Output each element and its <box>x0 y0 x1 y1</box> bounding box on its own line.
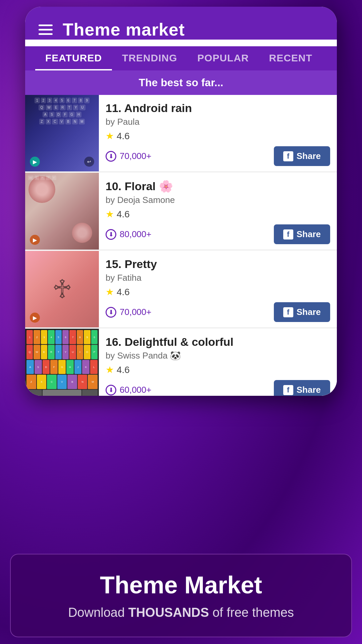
share-button[interactable]: f Share <box>274 302 330 322</box>
colorful-keyboard: 1 2 3 4 5 6 7 8 9 0 Q W E <box>25 329 99 396</box>
download-count: ⬇ 80,000+ <box>106 229 152 240</box>
star-icon: ★ <box>106 286 114 298</box>
theme-footer: ⬇ 70,000+ f Share <box>106 302 330 322</box>
facebook-icon: f <box>283 229 293 239</box>
theme-item-colorful[interactable]: 1 2 3 4 5 6 7 8 9 0 Q W E <box>25 329 337 396</box>
rating-value: 4.6 <box>117 131 130 142</box>
theme-thumbnail-pretty: ▶ <box>25 251 99 327</box>
bottom-banner: Theme Market Download THOUSANDS of free … <box>10 554 352 637</box>
tab-featured[interactable]: FEATURED <box>35 46 112 70</box>
banner-title: Theme Market <box>24 571 338 599</box>
download-value: 60,000+ <box>120 385 152 395</box>
theme-author: by Deoja Samone <box>106 195 330 205</box>
theme-thumbnail-floral: ▶ W E R T Y <box>25 173 99 250</box>
theme-author: by Paula <box>106 117 330 127</box>
download-icon: ⬇ <box>106 229 116 240</box>
download-icon: ⬇ <box>106 385 116 395</box>
theme-rating: ★ 4.6 <box>106 286 330 298</box>
theme-info-colorful: 16. Delightful & colorful by Swiss Panda… <box>99 329 337 396</box>
theme-footer: ⬇ 70,000+ f Share <box>106 146 330 166</box>
download-icon: ⬇ <box>106 307 116 318</box>
download-value: 70,000+ <box>120 307 152 317</box>
rating-value: 4.6 <box>117 287 130 298</box>
rating-value: 4.6 <box>117 365 130 375</box>
tab-bar: FEATURED TRENDING POPULAR RECENT <box>25 46 337 70</box>
theme-rating: ★ 4.6 <box>106 130 330 142</box>
phone-screen: Theme market FEATURED TRENDING POPULAR R… <box>25 7 337 396</box>
section-title: The best so far... <box>25 70 337 95</box>
star-icon: ★ <box>106 209 114 220</box>
menu-button[interactable] <box>39 24 53 35</box>
theme-info-floral: 10. Floral 🌸 by Deoja Samone ★ 4.6 ⬇ 80,… <box>99 173 337 250</box>
theme-name: 15. Pretty <box>106 258 330 271</box>
share-button[interactable]: f Share <box>274 380 330 396</box>
theme-rating: ★ 4.6 <box>106 209 330 220</box>
share-button[interactable]: f Share <box>274 146 330 166</box>
rating-value: 4.6 <box>117 209 130 220</box>
download-count: ⬇ 60,000+ <box>106 385 152 395</box>
theme-info-pretty: 15. Pretty by Fatiha ★ 4.6 ⬇ 70,000+ f S… <box>99 251 337 327</box>
banner-subtitle-prefix: Download <box>68 605 128 620</box>
share-label: Share <box>297 385 321 395</box>
theme-info-android-rain: 11. Android rain by Paula ★ 4.6 ⬇ 70,000… <box>99 95 337 171</box>
tab-trending[interactable]: TRENDING <box>112 46 187 70</box>
theme-author: by Swiss Panda 🐼 <box>106 351 330 361</box>
download-count: ⬇ 70,000+ <box>106 307 152 318</box>
banner-subtitle-suffix: of free themes <box>209 605 294 620</box>
theme-item-android-rain[interactable]: 123456789 QWERTYU ASDFGH ZXCVBNM ▶ ↩ 11.… <box>25 95 337 172</box>
theme-footer: ⬇ 80,000+ f Share <box>106 224 330 244</box>
theme-name: 16. Delightful & colorful <box>106 335 330 348</box>
share-button[interactable]: f Share <box>274 224 330 244</box>
app-header: Theme market <box>25 7 337 40</box>
theme-thumbnail-android-rain: 123456789 QWERTYU ASDFGH ZXCVBNM ▶ ↩ <box>25 95 99 171</box>
share-label: Share <box>297 307 321 317</box>
banner-subtitle-highlight: THOUSANDS <box>128 605 209 620</box>
theme-name: 10. Floral 🌸 <box>106 179 330 193</box>
tab-popular[interactable]: POPULAR <box>187 46 259 70</box>
facebook-icon: f <box>283 307 293 317</box>
theme-item-floral[interactable]: ▶ W E R T Y 10. Floral 🌸 by Deoja Samone <box>25 173 337 250</box>
share-label: Share <box>297 229 321 239</box>
facebook-icon: f <box>283 151 293 161</box>
download-value: 80,000+ <box>120 229 152 239</box>
star-icon: ★ <box>106 130 114 142</box>
download-count: ⬇ 70,000+ <box>106 151 152 162</box>
theme-list: 123456789 QWERTYU ASDFGH ZXCVBNM ▶ ↩ 11.… <box>25 95 337 396</box>
banner-subtitle: Download THOUSANDS of free themes <box>24 605 338 620</box>
download-value: 70,000+ <box>120 151 152 161</box>
app-title: Theme market <box>63 19 185 40</box>
star-icon: ★ <box>106 364 114 375</box>
theme-author: by Fatiha <box>106 273 330 283</box>
theme-item-pretty[interactable]: ▶ 15. Pretty by Fatiha ★ 4.6 ⬇ 70,000+ <box>25 251 337 328</box>
download-icon: ⬇ <box>106 151 116 162</box>
share-label: Share <box>297 151 321 161</box>
theme-rating: ★ 4.6 <box>106 364 330 375</box>
theme-name: 11. Android rain <box>106 102 330 115</box>
theme-thumbnail-colorful: 1 2 3 4 5 6 7 8 9 0 Q W E <box>25 329 99 396</box>
theme-footer: ⬇ 60,000+ f Share <box>106 380 330 396</box>
tab-recent[interactable]: RECENT <box>259 46 322 70</box>
facebook-icon: f <box>283 385 293 395</box>
